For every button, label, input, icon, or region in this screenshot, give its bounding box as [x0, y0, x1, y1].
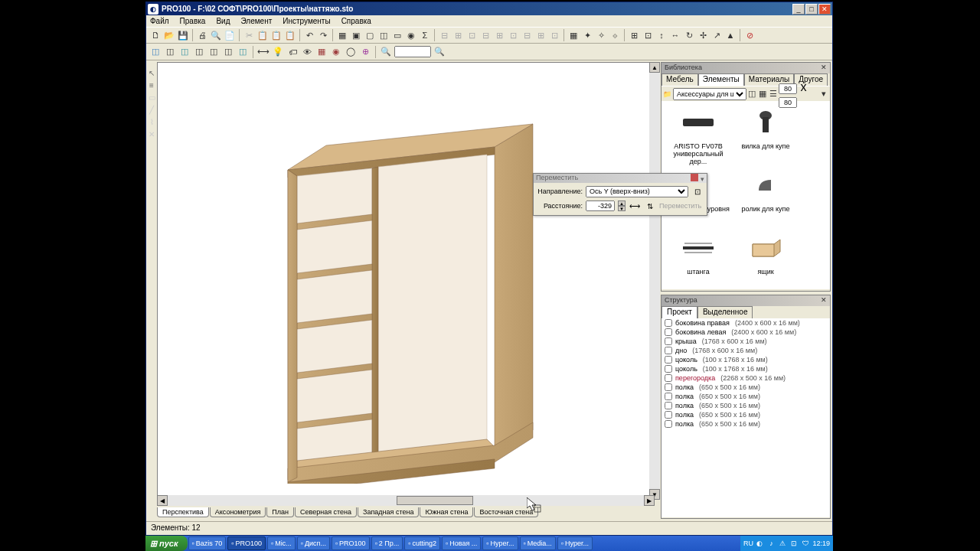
measure-icon[interactable]: ⟷	[629, 200, 641, 212]
pin-icon[interactable]	[691, 174, 698, 181]
taskbar-item[interactable]: ▫Mic...	[267, 536, 296, 550]
light-icon[interactable]: 💡	[272, 46, 284, 58]
structure-row[interactable]: полка(650 x 500 x 16 мм)	[662, 392, 830, 401]
structure-close-icon[interactable]: ✕	[821, 296, 827, 305]
thumb-width[interactable]	[779, 83, 797, 94]
grid-icon[interactable]: ▦	[567, 29, 580, 41]
lib-item[interactable]: ролик для купе	[732, 167, 799, 230]
dim-icon[interactable]: ⟷	[257, 46, 270, 58]
direction-select[interactable]: Ось Y (вверх-вниз)	[586, 186, 688, 197]
align2-icon[interactable]: ⊞	[452, 29, 464, 41]
paste-icon[interactable]: 📋	[270, 29, 283, 41]
scroll-right-icon[interactable]: ▶	[644, 495, 655, 506]
tab-south[interactable]: Южная стена	[420, 507, 473, 517]
scroll-up-icon[interactable]: ▲	[649, 62, 660, 73]
lib-item[interactable]: ящик	[732, 230, 799, 289]
swap-icon[interactable]: ⇅	[644, 200, 656, 212]
cube2-icon[interactable]: ◫	[164, 46, 176, 58]
globe-icon[interactable]: ⊕	[359, 46, 371, 58]
menu-edit[interactable]: Правка	[178, 17, 208, 25]
save-icon[interactable]: 💾	[177, 29, 189, 41]
cut-icon[interactable]: ✂	[243, 29, 255, 41]
row-checkbox[interactable]	[665, 420, 672, 428]
circle1-icon[interactable]: ◉	[330, 46, 342, 58]
view1-icon[interactable]: ⊞	[628, 29, 640, 41]
align1-icon[interactable]: ⊟	[438, 29, 450, 41]
tool2-icon[interactable]: ▣	[350, 29, 362, 41]
taskbar-item[interactable]: ▫2 Пр...	[371, 536, 403, 550]
tray-icon2[interactable]: ♪	[766, 539, 776, 548]
structure-row[interactable]: дно(1768 x 600 x 16 мм)	[662, 346, 830, 355]
taskbar-item[interactable]: ▫Новая ...	[442, 536, 481, 550]
library-folder-select[interactable]: Аксессуары для шкафа	[673, 88, 746, 100]
zoomout-icon[interactable]: 🔍	[380, 46, 392, 58]
open-icon[interactable]: 📂	[163, 29, 175, 41]
tray-icon5[interactable]: 🛡	[801, 539, 810, 548]
lib-btn1-icon[interactable]: ◫	[747, 88, 757, 100]
tray-icon3[interactable]: ⚠	[778, 539, 787, 548]
structure-row[interactable]: боковина правая(2400 x 600 x 16 мм)	[662, 318, 830, 328]
row-checkbox[interactable]	[665, 402, 672, 409]
tag-icon[interactable]: 🏷	[286, 46, 299, 58]
row-checkbox[interactable]	[665, 328, 672, 336]
row-checkbox[interactable]	[665, 356, 672, 364]
tool5-icon[interactable]: ▭	[391, 29, 403, 41]
move2-tool-icon[interactable]: ≡	[147, 80, 156, 90]
lib-dropdown-icon[interactable]: ▾	[818, 88, 828, 100]
align9-icon[interactable]: ⊡	[548, 29, 560, 41]
tray-lang[interactable]: RU	[743, 539, 753, 548]
lib-item[interactable]: вилка для купе	[732, 104, 799, 167]
menu-file[interactable]: Файл	[148, 17, 172, 25]
library-close-icon[interactable]: ✕	[821, 64, 827, 73]
x-tool-icon[interactable]: ✕	[147, 129, 156, 139]
menu-view[interactable]: Вид	[214, 17, 232, 25]
structure-row[interactable]: полка(650 x 500 x 16 мм)	[662, 410, 830, 419]
tab-axonometry[interactable]: Аксонометрия	[210, 507, 266, 517]
taskbar-item[interactable]: ▫Media...	[520, 536, 556, 550]
structure-header[interactable]: Структура ✕	[662, 295, 830, 306]
zoomin-icon[interactable]: 🔍	[433, 46, 446, 58]
align5-icon[interactable]: ⊞	[493, 29, 505, 41]
structtab-selected[interactable]: Выделенное	[697, 306, 753, 318]
taskbar-item[interactable]: ▫Hyper...	[482, 536, 518, 550]
libtab-elements[interactable]: Элементы	[698, 73, 744, 86]
view2-icon[interactable]: ⊡	[642, 29, 654, 41]
structure-row[interactable]: полка(650 x 500 x 16 мм)	[662, 383, 830, 392]
system-tray[interactable]: RU ◐ ♪ ⚠ ⊡ 🛡 12:19	[740, 536, 833, 551]
tray-icon1[interactable]: ◐	[755, 539, 764, 548]
minimize-button[interactable]: _	[792, 4, 805, 15]
view3-icon[interactable]: ↕	[655, 29, 668, 41]
lib-item[interactable]: штанга	[665, 230, 732, 289]
rect-tool-icon[interactable]: ▭	[147, 93, 156, 102]
structtab-project[interactable]: Проект	[662, 306, 697, 318]
cube6-icon[interactable]: ◫	[222, 46, 234, 58]
copy-icon[interactable]: 📋	[256, 29, 269, 41]
titlebar[interactable]: ◐ PRO100 - F:\02 СОФТ\PRO100\Проекты\нат…	[146, 2, 832, 15]
row-checkbox[interactable]	[665, 337, 672, 345]
dlg-menu-icon[interactable]: ▾	[701, 175, 704, 183]
lib-btn3-icon[interactable]: ☰	[768, 88, 778, 100]
row-checkbox[interactable]	[665, 319, 672, 327]
taskbar-item[interactable]: ▫Дисп...	[297, 536, 330, 550]
redo-icon[interactable]: ↷	[317, 29, 329, 41]
taskbar-item[interactable]: ▫Bazis 70	[188, 536, 227, 550]
curve-tool-icon[interactable]: ⌇	[147, 117, 156, 126]
align3-icon[interactable]: ⊡	[466, 29, 478, 41]
view8-icon[interactable]: ▲	[724, 29, 737, 41]
circle2-icon[interactable]: ◯	[345, 46, 357, 58]
row-checkbox[interactable]	[665, 365, 672, 373]
tab-west[interactable]: Западная стена	[358, 507, 419, 517]
tool3-icon[interactable]: ▢	[364, 29, 376, 41]
cube5-icon[interactable]: ◫	[207, 46, 220, 58]
tab-north[interactable]: Северная стена	[295, 507, 357, 517]
spin-down-icon[interactable]: ▼	[618, 206, 626, 211]
new-icon[interactable]: 🗋	[149, 29, 162, 41]
tab-east[interactable]: Восточная стена	[474, 507, 538, 517]
libtab-furniture[interactable]: Мебель	[662, 73, 698, 86]
scroll-left-icon[interactable]: ◀	[157, 495, 168, 506]
cube7-icon[interactable]: ◫	[237, 46, 249, 58]
direction-extra-icon[interactable]: ⊡	[691, 185, 704, 197]
cube3-icon[interactable]: ◫	[178, 46, 191, 58]
structure-row[interactable]: боковина левая(2400 x 600 x 16 мм)	[662, 328, 830, 337]
sigma-icon[interactable]: Σ	[419, 29, 431, 41]
